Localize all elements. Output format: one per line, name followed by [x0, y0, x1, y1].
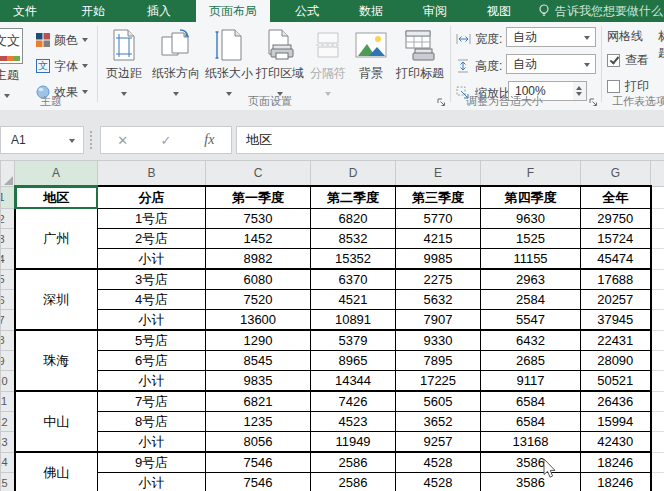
- enter-button[interactable]: ✓: [144, 133, 187, 148]
- cell[interactable]: 9257: [396, 432, 481, 453]
- cell[interactable]: 28090: [581, 351, 651, 371]
- cell[interactable]: 第四季度: [481, 186, 581, 209]
- cell[interactable]: 7907: [396, 310, 481, 331]
- cell[interactable]: 7546: [206, 473, 311, 491]
- cell[interactable]: [651, 186, 664, 209]
- print-titles-button[interactable]: 打印标题: [392, 26, 448, 104]
- select-all-corner[interactable]: [1, 161, 15, 187]
- cell[interactable]: [651, 412, 664, 432]
- cell[interactable]: [651, 371, 664, 392]
- cell[interactable]: 18246: [581, 452, 651, 473]
- scale-dialog-launcher[interactable]: [588, 97, 599, 108]
- cell[interactable]: 9号店: [98, 452, 206, 473]
- cell[interactable]: 6820: [311, 209, 396, 229]
- cell[interactable]: 3号店: [98, 269, 206, 290]
- cell[interactable]: 8545: [206, 351, 311, 371]
- print-area-button[interactable]: 打印区域: [255, 26, 305, 104]
- cell[interactable]: 2586: [311, 452, 396, 473]
- cell[interactable]: 26436: [581, 391, 651, 412]
- cell[interactable]: 1525: [481, 229, 581, 249]
- cell[interactable]: 第一季度: [206, 186, 311, 209]
- cell[interactable]: [651, 391, 664, 412]
- cell[interactable]: 4号店: [98, 290, 206, 310]
- col-header-E[interactable]: E: [396, 161, 481, 187]
- cell[interactable]: 9835: [206, 371, 311, 392]
- row-header[interactable]: 4: [1, 249, 15, 270]
- cell[interactable]: 6432: [481, 330, 581, 351]
- tab-file[interactable]: 文件: [0, 0, 50, 22]
- cell[interactable]: 8056: [206, 432, 311, 453]
- col-header-F[interactable]: F: [481, 161, 581, 187]
- cell[interactable]: 小计: [98, 432, 206, 453]
- cancel-button[interactable]: ✕: [101, 133, 144, 148]
- cell[interactable]: 7895: [396, 351, 481, 371]
- name-box[interactable]: A1: [0, 126, 84, 154]
- cell[interactable]: 第二季度: [311, 186, 396, 209]
- cell[interactable]: 8965: [311, 351, 396, 371]
- cell[interactable]: [651, 249, 664, 270]
- row-header[interactable]: 10: [1, 371, 15, 392]
- cell[interactable]: 小计: [98, 473, 206, 491]
- page-setup-dialog-launcher[interactable]: [436, 97, 447, 108]
- col-header-A[interactable]: A: [15, 161, 98, 187]
- cell[interactable]: 小计: [98, 310, 206, 331]
- row-header[interactable]: 6: [1, 290, 15, 310]
- cell[interactable]: 15724: [581, 229, 651, 249]
- region-cell[interactable]: 佛山: [15, 452, 98, 491]
- cell[interactable]: 小计: [98, 371, 206, 392]
- cell[interactable]: [651, 473, 664, 491]
- cell[interactable]: 7530: [206, 209, 311, 229]
- theme-colors-button[interactable]: 颜色: [36, 30, 88, 50]
- tab-view[interactable]: 视图: [474, 0, 524, 22]
- tell-me-box[interactable]: 告诉我您想要做什么...: [538, 0, 664, 22]
- height-combobox[interactable]: 自动: [506, 54, 596, 74]
- cell[interactable]: 2586: [311, 473, 396, 491]
- cell[interactable]: 8982: [206, 249, 311, 270]
- cell[interactable]: 29750: [581, 209, 651, 229]
- cell[interactable]: 5605: [396, 391, 481, 412]
- cell[interactable]: 4528: [396, 452, 481, 473]
- row-header[interactable]: 15: [1, 473, 15, 491]
- tab-review[interactable]: 审阅: [410, 0, 460, 22]
- cell[interactable]: 4215: [396, 229, 481, 249]
- cell[interactable]: 全年: [581, 186, 651, 209]
- cell[interactable]: 17225: [396, 371, 481, 392]
- margins-button[interactable]: 页边距: [101, 26, 147, 104]
- col-header-H-clipped[interactable]: [651, 161, 664, 187]
- cell[interactable]: 37945: [581, 310, 651, 331]
- cell[interactable]: 9117: [481, 371, 581, 392]
- cell[interactable]: 15994: [581, 412, 651, 432]
- gridlines-print-checkbox[interactable]: 打印: [607, 78, 649, 95]
- region-cell[interactable]: 广州: [15, 209, 98, 270]
- col-header-D[interactable]: D: [311, 161, 396, 187]
- cell[interactable]: 2963: [481, 269, 581, 290]
- cell[interactable]: 小计: [98, 249, 206, 270]
- row-header[interactable]: 1: [1, 186, 15, 209]
- cell[interactable]: [651, 330, 664, 351]
- cell[interactable]: 分店: [98, 186, 206, 209]
- cell[interactable]: 42430: [581, 432, 651, 453]
- cell-A1-active[interactable]: 地区: [15, 186, 98, 209]
- cell[interactable]: 1290: [206, 330, 311, 351]
- cell[interactable]: [651, 351, 664, 371]
- cell[interactable]: 13600: [206, 310, 311, 331]
- cell[interactable]: 10891: [311, 310, 396, 331]
- tab-home[interactable]: 开始: [68, 0, 118, 22]
- themes-button[interactable]: 文文 主题: [0, 26, 30, 104]
- cell[interactable]: 2275: [396, 269, 481, 290]
- cell[interactable]: 4523: [311, 412, 396, 432]
- cell[interactable]: 2584: [481, 290, 581, 310]
- theme-fonts-button[interactable]: 文 字体: [36, 56, 88, 76]
- row-header[interactable]: 14: [1, 452, 15, 473]
- cell[interactable]: [651, 229, 664, 249]
- cell[interactable]: [651, 209, 664, 229]
- region-cell[interactable]: 深圳: [15, 269, 98, 330]
- formula-bar-splitter[interactable]: [90, 131, 94, 149]
- cell[interactable]: 7号店: [98, 391, 206, 412]
- cell[interactable]: 6号店: [98, 351, 206, 371]
- cell[interactable]: 9330: [396, 330, 481, 351]
- cell[interactable]: 3652: [396, 412, 481, 432]
- spinner-down-icon[interactable]: [576, 92, 582, 96]
- orientation-button[interactable]: 纸张方向: [149, 26, 203, 104]
- cell[interactable]: 8532: [311, 229, 396, 249]
